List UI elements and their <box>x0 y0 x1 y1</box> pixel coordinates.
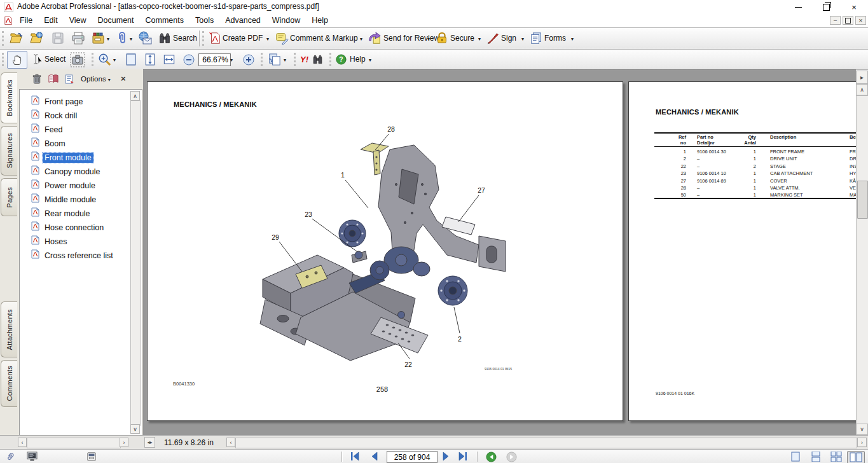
send-for-review-button[interactable]: Send for Review <box>383 34 439 43</box>
help-button[interactable]: Help <box>350 55 366 64</box>
next-view-button[interactable] <box>506 452 517 463</box>
send-for-review-dropdown-arrow[interactable]: ▾ <box>427 36 430 42</box>
menu-item-comments[interactable]: Comments <box>140 15 189 28</box>
fit-height-button[interactable] <box>144 53 156 69</box>
previous-view-button[interactable] <box>486 452 497 463</box>
bookmark-item[interactable]: Boom <box>31 137 67 150</box>
tab-bookmarks[interactable]: Bookmarks <box>1 73 17 123</box>
bookmark-item[interactable]: Hoses <box>31 235 69 248</box>
search-button[interactable]: Search <box>173 34 197 43</box>
menu-item-tools[interactable]: Tools <box>189 15 219 28</box>
forms-dropdown-arrow[interactable]: ▾ <box>571 36 574 42</box>
fit-width-button[interactable] <box>163 53 176 69</box>
organizer-dropdown-arrow[interactable]: ▾ <box>107 36 109 42</box>
pane-splitter-handle[interactable]: ◂▸ <box>144 437 155 448</box>
doc-horizontal-scrollbar-track[interactable] <box>235 438 857 448</box>
expand-current-bookmark-icon[interactable] <box>48 74 59 86</box>
comment-markup-button[interactable]: Comment & Markup <box>290 34 358 43</box>
sign-button[interactable]: Sign <box>501 34 516 43</box>
doc-scroll-right-button[interactable]: › <box>857 438 867 447</box>
bookmarks-scroll-up-button[interactable]: ∧ <box>130 91 140 100</box>
menu-item-help[interactable]: Help <box>306 15 334 28</box>
tab-comments[interactable]: Comments <box>1 360 17 407</box>
menu-item-edit[interactable]: Edit <box>38 15 64 28</box>
toolbar-grip[interactable] <box>261 53 265 66</box>
bookmark-item[interactable]: Front page <box>31 95 85 108</box>
attachments-paperclip-icon[interactable] <box>5 452 15 463</box>
toolbar-grip[interactable] <box>2 31 6 46</box>
forms-icon[interactable] <box>529 31 543 48</box>
comment-markup-icon[interactable] <box>275 31 289 48</box>
zoom-tool-button[interactable] <box>97 52 112 69</box>
window-minimize-button[interactable] <box>784 0 812 14</box>
toolbar-grip[interactable] <box>202 31 206 46</box>
continuous-view-button[interactable] <box>808 451 824 462</box>
doc-scroll-left-button[interactable]: ‹ <box>226 438 235 447</box>
comment-markup-dropdown-arrow[interactable]: ▾ <box>360 36 362 42</box>
zoom-tool-dropdown-arrow[interactable]: ▾ <box>113 57 116 63</box>
continuous-facing-view-button[interactable] <box>828 451 844 462</box>
yahoo-binoculars-icon[interactable] <box>312 53 324 68</box>
secure-dropdown-arrow[interactable]: ▾ <box>478 36 481 42</box>
bookmark-item[interactable]: Canopy module <box>31 165 102 178</box>
zoom-level-dropdown-arrow[interactable]: ▾ <box>230 57 233 63</box>
bookmarks-options-button[interactable]: Options ▾ <box>81 75 111 83</box>
close-panel-button[interactable]: × <box>121 74 126 83</box>
doc-vertical-scrollbar-thumb[interactable] <box>857 181 868 219</box>
save-button[interactable] <box>50 31 65 46</box>
email-button[interactable] <box>137 31 153 46</box>
attach-paperclip-button[interactable] <box>114 31 130 46</box>
zoom-in-button[interactable] <box>243 54 254 68</box>
tab-signatures[interactable]: Signatures <box>1 126 17 176</box>
menu-item-advanced[interactable]: Advanced <box>219 15 266 28</box>
page-number-input[interactable] <box>387 451 437 463</box>
forms-button[interactable]: Forms <box>544 34 566 43</box>
open-organizer-button[interactable] <box>29 31 44 46</box>
first-page-button[interactable] <box>350 452 361 461</box>
menu-item-file[interactable]: File <box>14 15 38 28</box>
create-pdf-button[interactable]: Create PDF <box>223 34 263 43</box>
zoom-level-input[interactable] <box>198 53 231 66</box>
screen-view-icon[interactable] <box>27 452 38 463</box>
zoom-out-button[interactable] <box>183 54 195 68</box>
sign-dropdown-arrow[interactable]: ▾ <box>521 36 524 42</box>
toolbar-grip[interactable] <box>2 53 6 66</box>
panel-scroll-left-button[interactable]: ‹ <box>18 438 27 447</box>
open-file-button[interactable] <box>8 31 24 46</box>
snapshot-camera-button[interactable] <box>70 52 85 70</box>
doc-scroll-up-button[interactable]: ∧ <box>856 84 868 95</box>
menu-item-document[interactable]: Document <box>92 15 140 28</box>
window-restore-button[interactable] <box>812 0 840 14</box>
next-page-button[interactable] <box>441 452 450 461</box>
secure-lock-icon[interactable] <box>435 31 449 48</box>
bookmark-item[interactable]: Hose connection <box>31 221 106 234</box>
window-close-button[interactable]: × <box>840 0 868 14</box>
last-page-button[interactable] <box>457 452 468 461</box>
new-bookmark-icon[interactable] <box>64 74 74 87</box>
sign-pen-icon[interactable] <box>486 31 500 48</box>
create-pdf-icon[interactable] <box>208 31 222 48</box>
menu-item-window[interactable]: Window <box>266 15 306 28</box>
page-display-dropdown-arrow[interactable]: ▾ <box>284 57 286 63</box>
bookmark-item[interactable]: Cross reference list <box>31 249 115 262</box>
bookmark-item[interactable]: Front module <box>31 151 93 164</box>
create-pdf-dropdown-arrow[interactable]: ▾ <box>266 36 269 42</box>
bookmarks-scrollbar-track[interactable] <box>130 100 141 425</box>
bookmark-item[interactable]: Middle module <box>31 193 98 206</box>
organizer-drawer-button[interactable] <box>90 31 106 46</box>
help-dropdown-arrow[interactable]: ▾ <box>369 57 371 63</box>
hand-tool-button[interactable] <box>7 51 27 69</box>
doc-vertical-scrollbar-track[interactable] <box>856 95 868 425</box>
drive-status-icon[interactable] <box>86 452 97 463</box>
menu-item-view[interactable]: View <box>64 15 92 28</box>
print-button[interactable] <box>71 31 86 46</box>
document-pane[interactable]: MECHANICS / MEKANIK <box>143 69 856 436</box>
bookmark-item[interactable]: Rock drill <box>31 109 79 122</box>
document-pdf-icon[interactable] <box>4 16 13 28</box>
select-tool-button[interactable]: Select <box>45 55 65 64</box>
bookmark-item[interactable]: Power module <box>31 179 97 192</box>
bookmark-item[interactable]: Rear module <box>31 207 92 220</box>
mdi-minimize-button[interactable]: – <box>830 16 841 25</box>
panel-horizontal-scrollbar-track[interactable] <box>27 438 121 448</box>
tab-pages[interactable]: Pages <box>1 178 17 216</box>
